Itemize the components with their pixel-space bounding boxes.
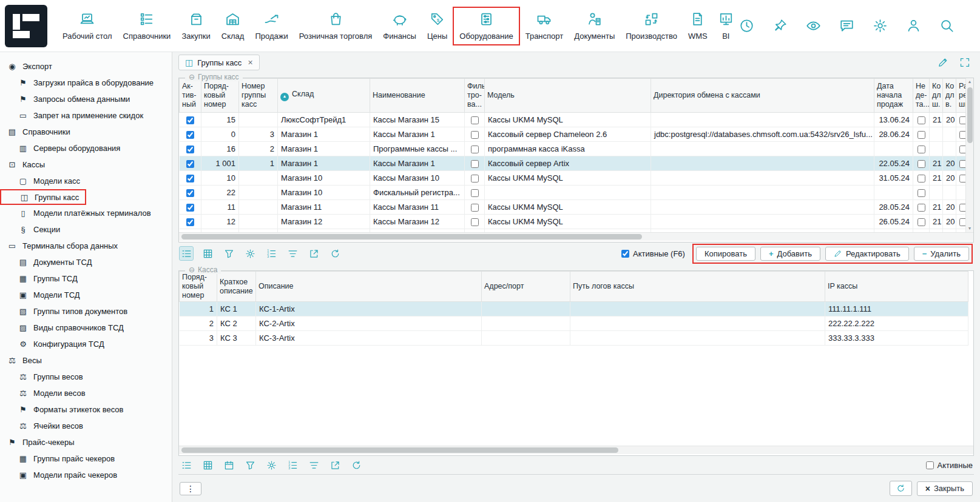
column-header[interactable]: Филь-тро-ва...: [465, 79, 485, 113]
chat-icon[interactable]: [839, 18, 854, 33]
row-checkbox[interactable]: [917, 175, 925, 182]
close-button[interactable]: × Закрыть: [917, 481, 973, 496]
app-logo[interactable]: [5, 5, 47, 47]
nav-item-directories[interactable]: Справочники: [118, 8, 177, 44]
column-header[interactable]: Поряд-ковый номер: [201, 79, 239, 113]
copy-button[interactable]: Копировать: [696, 247, 755, 261]
row-checkbox[interactable]: [186, 218, 194, 226]
sidebar-item-группы-тсд[interactable]: ▦Группы ТСД: [0, 270, 172, 287]
row-checkbox[interactable]: [471, 116, 479, 124]
row-checkbox[interactable]: [471, 175, 479, 182]
row-checkbox[interactable]: [186, 204, 194, 212]
sidebar-item-виды-справочников-тсд[interactable]: ▨Виды справочников ТСД: [0, 320, 172, 336]
sidebar-item-модели-касс[interactable]: ▢Модели касс: [0, 173, 172, 189]
sidebar-item-запрет-на-применение-скидок[interactable]: ▭Запрет на применение скидок: [0, 107, 172, 124]
column-header[interactable]: Не де-та...: [913, 79, 930, 113]
loop-icon[interactable]: [350, 458, 363, 472]
clock-icon[interactable]: [739, 18, 754, 33]
numbering-icon[interactable]: 123: [265, 247, 278, 260]
sidebar-item-форматы-этикеток-весов[interactable]: ⚑Форматы этикеток весов: [0, 401, 172, 418]
view-list-icon[interactable]: [180, 458, 193, 472]
nav-item-documents[interactable]: Документы: [569, 8, 620, 44]
scroll-up-icon[interactable]: ▲: [968, 78, 972, 85]
column-header[interactable]: IP кассы: [825, 272, 968, 302]
row-checkbox[interactable]: [917, 131, 925, 139]
user-icon[interactable]: [906, 18, 921, 33]
row-checkbox[interactable]: [917, 160, 925, 168]
column-header[interactable]: Наименование: [370, 79, 465, 113]
active-f6-toggle[interactable]: Активные (F6): [621, 249, 685, 258]
sidebar-item-терминалы-сбора-данных[interactable]: ▭Терминалы сбора данных: [0, 238, 172, 254]
sidebar-item-документы-тсд[interactable]: ▤Документы ТСД: [0, 254, 172, 270]
sidebar-item-конфигурация-тсд[interactable]: ⚙Конфигурация ТСД: [0, 336, 172, 352]
vertical-scrollbar[interactable]: ▲ ▼: [965, 78, 973, 232]
pin-icon[interactable]: [772, 18, 788, 33]
sidebar-item-весы[interactable]: ⚖Весы: [0, 352, 172, 369]
column-header[interactable]: Директория обмена с кассами: [651, 79, 874, 113]
settings-icon[interactable]: [265, 458, 278, 472]
nav-item-sales[interactable]: Продажи: [249, 8, 293, 44]
row-checkbox[interactable]: [186, 131, 194, 139]
table-row[interactable]: 162Магазин 1Программные кассы ...програм…: [180, 142, 968, 156]
row-checkbox[interactable]: [471, 204, 479, 212]
row-checkbox[interactable]: [471, 218, 479, 226]
delete-button[interactable]: −Удалить: [914, 247, 969, 261]
sort-icon[interactable]: [286, 247, 299, 260]
sidebar-item-серверы-оборудования[interactable]: ▥Серверы оборудования: [0, 140, 172, 156]
nav-item-bi[interactable]: BI: [713, 8, 739, 44]
column-header[interactable]: Описание: [256, 272, 482, 302]
column-header[interactable]: Дата начала продаж: [874, 79, 913, 113]
scrollbar-thumb[interactable]: [181, 234, 642, 239]
sidebar-item-кассы[interactable]: ⊡Кассы: [0, 156, 172, 173]
row-checkbox[interactable]: [186, 160, 194, 168]
sidebar-item-секции[interactable]: §Секции: [0, 221, 172, 238]
column-header[interactable]: Модель: [485, 79, 651, 113]
sidebar-item-модели-платёжных-терминалов[interactable]: ▯Модели платёжных терминалов: [0, 205, 172, 221]
filter-icon[interactable]: [243, 458, 257, 472]
column-header[interactable]: ▲Склад: [278, 79, 370, 113]
row-checkbox[interactable]: [917, 204, 925, 212]
scrollbar-thumb[interactable]: [967, 87, 973, 143]
table-row[interactable]: 15ЛюксСофтТрейд1Кассы Магазин 15Кассы UK…: [180, 113, 968, 127]
column-header[interactable]: Адрес/порт: [482, 272, 570, 302]
sidebar-item-группы-весов[interactable]: ⚖Группы весов: [0, 369, 172, 385]
column-header[interactable]: Поряд-ковый номер: [180, 272, 217, 302]
row-checkbox[interactable]: [186, 175, 194, 182]
nav-item-retail[interactable]: Розничная торговля: [294, 8, 378, 44]
tab-groups-kass[interactable]: ◫ Группы касс ×: [178, 55, 260, 70]
row-checkbox[interactable]: [917, 189, 925, 197]
table-row[interactable]: 10Магазин 10Кассы Магазин 10Кассы UKM4 M…: [180, 171, 968, 186]
sidebar-item-экспорт[interactable]: ◉Экспорт: [0, 58, 172, 75]
add-button[interactable]: +Добавить: [760, 247, 820, 261]
sidebar-item-модели-тсд[interactable]: ▣Модели ТСД: [0, 287, 172, 303]
active-toggle[interactable]: Активные: [926, 461, 973, 470]
sidebar-item-запросы-обмена-данными[interactable]: ⚑Запросы обмена данными: [0, 91, 172, 107]
row-checkbox[interactable]: [917, 116, 925, 124]
filter-icon[interactable]: [222, 247, 235, 260]
scroll-down-icon[interactable]: ▼: [968, 225, 972, 232]
table-row[interactable]: 12Магазин 12Кассы Магазин 12Кассы UKM4 M…: [180, 215, 968, 229]
numbering-icon[interactable]: 123: [286, 458, 299, 472]
row-checkbox[interactable]: [471, 189, 479, 197]
open-external-icon[interactable]: [307, 247, 320, 260]
horizontal-scrollbar[interactable]: [179, 446, 973, 454]
collapse-icon[interactable]: ⊖: [189, 73, 195, 81]
calendar-icon[interactable]: [222, 458, 235, 472]
table-row[interactable]: 11Магазин 11Кассы Магазин 11Кассы UKM4 M…: [180, 200, 968, 215]
table-row[interactable]: 2КС 2КС-2-Artix222.22.2.222: [180, 316, 968, 331]
nav-item-equipment[interactable]: Оборудование: [453, 7, 519, 45]
scrollbar-thumb[interactable]: [181, 447, 618, 453]
view-list-icon[interactable]: [180, 247, 193, 260]
sidebar-item-ячейки-весов[interactable]: ⚖Ячейки весов: [0, 418, 172, 434]
edit-button[interactable]: Редактировать: [825, 247, 909, 261]
table-row[interactable]: 1 0011Магазин 1Кассы Магазин 1Кассовый с…: [180, 156, 968, 171]
column-header[interactable]: Краткое описание: [217, 272, 256, 302]
column-header[interactable]: Ко дл в.: [943, 79, 956, 113]
row-checkbox[interactable]: [471, 146, 479, 153]
expand-icon[interactable]: [959, 57, 970, 68]
row-checkbox[interactable]: [471, 131, 479, 139]
nav-item-warehouse[interactable]: Склад: [216, 8, 250, 44]
table-row[interactable]: 1КС 1КС-1-Artix111.11.1.111: [180, 302, 968, 316]
column-header[interactable]: Путь логов кассы: [570, 272, 825, 302]
horizontal-scrollbar[interactable]: [179, 232, 973, 241]
